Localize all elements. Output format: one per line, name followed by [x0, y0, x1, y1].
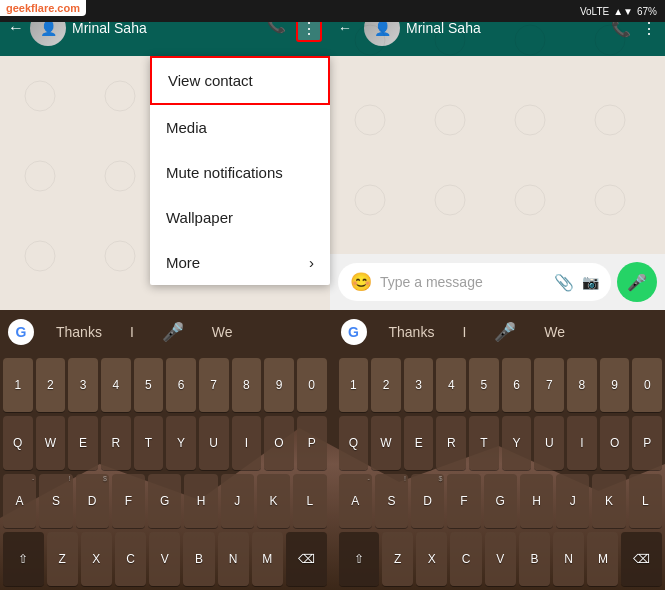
- key-m[interactable]: M: [252, 532, 283, 586]
- key-b-r[interactable]: B: [519, 532, 550, 586]
- key-p[interactable]: P: [297, 416, 327, 470]
- key-c[interactable]: C: [115, 532, 146, 586]
- menu-item-media[interactable]: Media: [150, 105, 330, 150]
- key-q[interactable]: Q: [3, 416, 33, 470]
- key-9[interactable]: 9: [264, 358, 294, 412]
- key-r-r[interactable]: R: [436, 416, 466, 470]
- key-k-r[interactable]: K: [592, 474, 625, 528]
- key-0[interactable]: 0: [297, 358, 327, 412]
- key-z[interactable]: Z: [47, 532, 78, 586]
- suggestion-we-left[interactable]: We: [198, 310, 247, 354]
- key-u[interactable]: U: [199, 416, 229, 470]
- key-t-r[interactable]: T: [469, 416, 499, 470]
- key-backspace-left[interactable]: ⌫: [286, 532, 327, 586]
- key-f[interactable]: F: [112, 474, 145, 528]
- key-6-r[interactable]: 6: [502, 358, 532, 412]
- key-n-r[interactable]: N: [553, 532, 584, 586]
- key-h[interactable]: H: [184, 474, 217, 528]
- key-v[interactable]: V: [149, 532, 180, 586]
- google-g-right: G: [341, 319, 367, 345]
- key-y-r[interactable]: Y: [502, 416, 532, 470]
- key-z-r[interactable]: Z: [382, 532, 413, 586]
- key-2[interactable]: 2: [36, 358, 66, 412]
- key-shift-right[interactable]: ⇧: [339, 532, 380, 586]
- key-x[interactable]: X: [81, 532, 112, 586]
- key-l[interactable]: L: [293, 474, 326, 528]
- key-6[interactable]: 6: [166, 358, 196, 412]
- key-y[interactable]: Y: [166, 416, 196, 470]
- key-a-r[interactable]: A-: [339, 474, 372, 528]
- suggestion-thanks-right[interactable]: Thanks: [375, 310, 449, 354]
- key-o[interactable]: O: [264, 416, 294, 470]
- key-s[interactable]: S!: [39, 474, 72, 528]
- key-c-r[interactable]: C: [450, 532, 481, 586]
- keyboard-rows: 1 2 3 4 5 6 7 8 9 0 1 2 3 4 5 6 7 8 9 0: [0, 354, 665, 590]
- menu-item-mute[interactable]: Mute notifications: [150, 150, 330, 195]
- menu-item-more[interactable]: More ›: [150, 240, 330, 285]
- key-h-r[interactable]: H: [520, 474, 553, 528]
- key-4[interactable]: 4: [101, 358, 131, 412]
- key-d-r[interactable]: D$: [411, 474, 444, 528]
- key-r[interactable]: R: [101, 416, 131, 470]
- key-i[interactable]: I: [232, 416, 262, 470]
- key-g[interactable]: G: [148, 474, 181, 528]
- key-e-r[interactable]: E: [404, 416, 434, 470]
- key-5[interactable]: 5: [134, 358, 164, 412]
- suggestion-mic-left[interactable]: 🎤: [148, 321, 198, 343]
- key-i-r[interactable]: I: [567, 416, 597, 470]
- key-k[interactable]: K: [257, 474, 290, 528]
- key-1-r[interactable]: 1: [339, 358, 369, 412]
- message-input-right[interactable]: Type a message: [380, 274, 546, 290]
- key-b[interactable]: B: [183, 532, 214, 586]
- key-3[interactable]: 3: [68, 358, 98, 412]
- key-7[interactable]: 7: [199, 358, 229, 412]
- key-g-r[interactable]: G: [484, 474, 517, 528]
- key-a[interactable]: A-: [3, 474, 36, 528]
- key-n[interactable]: N: [218, 532, 249, 586]
- key-8-r[interactable]: 8: [567, 358, 597, 412]
- key-f-r[interactable]: F: [447, 474, 480, 528]
- key-w[interactable]: W: [36, 416, 66, 470]
- key-1[interactable]: 1: [3, 358, 33, 412]
- menu-item-view-contact[interactable]: View contact: [150, 56, 330, 105]
- key-w-r[interactable]: W: [371, 416, 401, 470]
- key-l-r[interactable]: L: [629, 474, 662, 528]
- contact-name[interactable]: Mrinal Saha: [72, 20, 260, 36]
- key-5-r[interactable]: 5: [469, 358, 499, 412]
- key-o-r[interactable]: O: [600, 416, 630, 470]
- key-3-r[interactable]: 3: [404, 358, 434, 412]
- key-x-r[interactable]: X: [416, 532, 447, 586]
- key-u-r[interactable]: U: [534, 416, 564, 470]
- chat-bg-right: [330, 56, 665, 254]
- suggestion-we-right[interactable]: We: [530, 310, 579, 354]
- camera-icon-right[interactable]: 📷: [582, 274, 599, 290]
- menu-item-wallpaper[interactable]: Wallpaper: [150, 195, 330, 240]
- key-m-r[interactable]: M: [587, 532, 618, 586]
- key-j-r[interactable]: J: [556, 474, 589, 528]
- suggestion-i-left[interactable]: I: [116, 310, 148, 354]
- key-9-r[interactable]: 9: [600, 358, 630, 412]
- key-0-r[interactable]: 0: [632, 358, 662, 412]
- key-s-r[interactable]: S!: [375, 474, 408, 528]
- attach-icon-right[interactable]: 📎: [554, 273, 574, 292]
- key-backspace-right[interactable]: ⌫: [621, 532, 662, 586]
- status-battery: 67%: [637, 6, 657, 17]
- key-d[interactable]: D$: [76, 474, 109, 528]
- key-t[interactable]: T: [134, 416, 164, 470]
- suggestion-i-right[interactable]: I: [448, 310, 480, 354]
- suggestion-thanks-left[interactable]: Thanks: [42, 310, 116, 354]
- key-e[interactable]: E: [68, 416, 98, 470]
- key-q-r[interactable]: Q: [339, 416, 369, 470]
- key-2-r[interactable]: 2: [371, 358, 401, 412]
- mic-button-right[interactable]: 🎤: [617, 262, 657, 302]
- key-8[interactable]: 8: [232, 358, 262, 412]
- key-v-r[interactable]: V: [485, 532, 516, 586]
- suggestion-mic-right[interactable]: 🎤: [480, 321, 530, 343]
- key-7-r[interactable]: 7: [534, 358, 564, 412]
- key-p-r[interactable]: P: [632, 416, 662, 470]
- emoji-button-right[interactable]: 😊: [350, 271, 372, 293]
- key-4-r[interactable]: 4: [436, 358, 466, 412]
- key-shift-left[interactable]: ⇧: [3, 532, 44, 586]
- message-input-box-right[interactable]: 😊 Type a message 📎 📷: [338, 263, 611, 301]
- key-j[interactable]: J: [221, 474, 254, 528]
